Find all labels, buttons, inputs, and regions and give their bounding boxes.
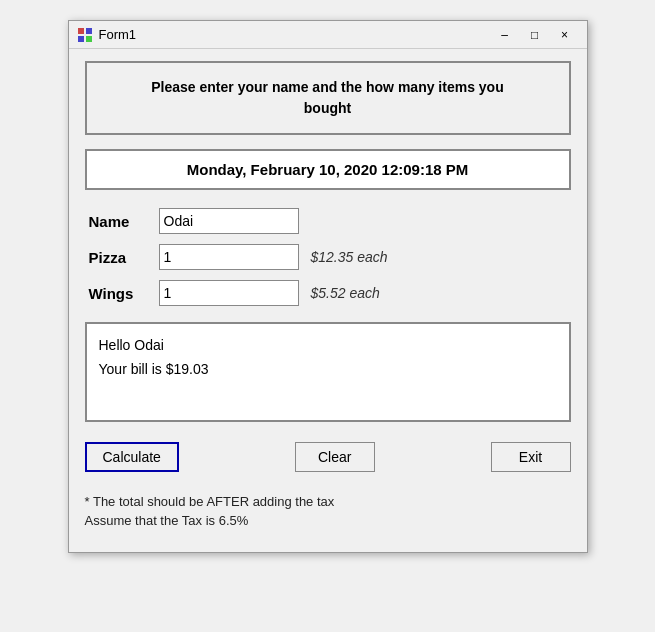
form-section: Name Pizza $12.35 each Wings $5.52 each bbox=[85, 208, 571, 306]
window-body: Please enter your name and the how many … bbox=[69, 49, 587, 552]
output-line1: Hello Odai bbox=[99, 334, 557, 358]
close-button[interactable]: × bbox=[551, 25, 579, 45]
output-line2: Your bill is $19.03 bbox=[99, 358, 557, 382]
minimize-button[interactable]: – bbox=[491, 25, 519, 45]
pizza-label: Pizza bbox=[89, 249, 159, 266]
main-window: Form1 – □ × Please enter your name and t… bbox=[68, 20, 588, 553]
pizza-input[interactable] bbox=[159, 244, 299, 270]
window-title: Form1 bbox=[99, 27, 137, 42]
wings-row: Wings $5.52 each bbox=[89, 280, 567, 306]
name-row: Name bbox=[89, 208, 567, 234]
title-bar: Form1 – □ × bbox=[69, 21, 587, 49]
footnote-section: * The total should be AFTER adding the t… bbox=[85, 490, 571, 536]
svg-rect-2 bbox=[78, 36, 84, 42]
form-icon bbox=[77, 27, 93, 43]
calculate-button[interactable]: Calculate bbox=[85, 442, 179, 472]
wings-hint: $5.52 each bbox=[311, 285, 380, 301]
exit-button[interactable]: Exit bbox=[491, 442, 571, 472]
footnote-2: Assume that the Tax is 6.5% bbox=[85, 513, 571, 528]
name-label: Name bbox=[89, 213, 159, 230]
pizza-hint: $12.35 each bbox=[311, 249, 388, 265]
svg-rect-0 bbox=[78, 28, 84, 34]
pizza-row: Pizza $12.35 each bbox=[89, 244, 567, 270]
date-value: Monday, February 10, 2020 12:09:18 PM bbox=[187, 161, 469, 178]
title-bar-left: Form1 bbox=[77, 27, 137, 43]
output-box: Hello Odai Your bill is $19.03 bbox=[85, 322, 571, 422]
title-bar-controls: – □ × bbox=[491, 25, 579, 45]
name-input[interactable] bbox=[159, 208, 299, 234]
instruction-text: Please enter your name and the how many … bbox=[151, 79, 503, 116]
maximize-button[interactable]: □ bbox=[521, 25, 549, 45]
button-row: Calculate Clear Exit bbox=[85, 438, 571, 476]
footnote-1: * The total should be AFTER adding the t… bbox=[85, 494, 571, 509]
svg-rect-3 bbox=[86, 36, 92, 42]
date-display: Monday, February 10, 2020 12:09:18 PM bbox=[85, 149, 571, 190]
svg-rect-1 bbox=[86, 28, 92, 34]
wings-input[interactable] bbox=[159, 280, 299, 306]
clear-button[interactable]: Clear bbox=[295, 442, 375, 472]
instruction-box: Please enter your name and the how many … bbox=[85, 61, 571, 135]
wings-label: Wings bbox=[89, 285, 159, 302]
